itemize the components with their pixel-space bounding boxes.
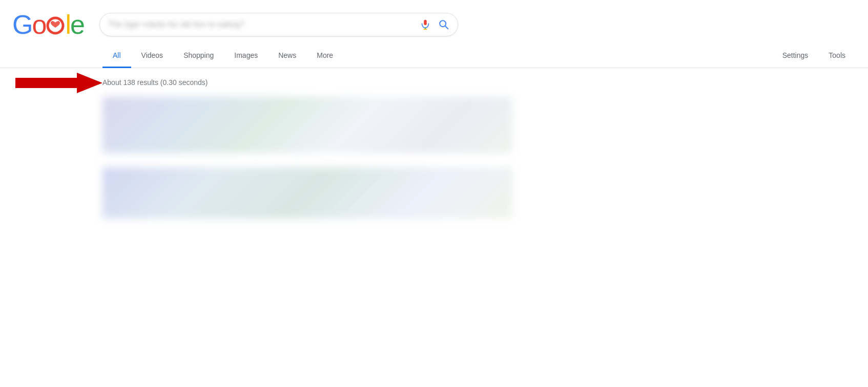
tab-more[interactable]: More [306, 44, 343, 68]
result-blurred-content [102, 97, 512, 153]
result-item [102, 167, 512, 219]
tab-all[interactable]: All [102, 44, 131, 68]
search-input[interactable]: The tiger roboto for old lion to eating? [108, 20, 415, 29]
result-blurred-content [102, 167, 512, 219]
logo-l: l [65, 9, 70, 40]
tab-settings[interactable]: Settings [772, 44, 819, 68]
arrow-annotation [15, 70, 102, 96]
tab-tools[interactable]: Tools [818, 44, 856, 68]
logo-o1: o [32, 9, 46, 40]
search-bar[interactable]: The tiger roboto for old lion to eating? [99, 13, 458, 36]
logo-e: e [70, 9, 84, 40]
tab-shopping[interactable]: Shopping [173, 44, 224, 68]
header: G o l e The tiger roboto for old lion to… [0, 0, 868, 40]
search-icons [420, 19, 449, 30]
nav-right: Settings Tools [772, 44, 868, 68]
results-area: About 138 results (0.30 seconds) [0, 68, 868, 219]
microphone-icon[interactable] [420, 19, 431, 30]
tab-videos[interactable]: Videos [131, 44, 174, 68]
svg-rect-1 [424, 20, 427, 25]
result-item [102, 97, 512, 153]
svg-line-3 [445, 26, 448, 29]
tab-news[interactable]: News [268, 44, 306, 68]
tab-images[interactable]: Images [224, 44, 268, 68]
arrow-icon [15, 70, 102, 96]
logo-g: G [12, 9, 32, 40]
google-logo[interactable]: G o l e [12, 9, 84, 40]
search-icon[interactable] [438, 19, 449, 30]
results-stats: About 138 results (0.30 seconds) [102, 74, 868, 87]
svg-marker-4 [15, 73, 102, 93]
nav-tabs: All Videos Shopping Images News More Set… [0, 44, 868, 68]
